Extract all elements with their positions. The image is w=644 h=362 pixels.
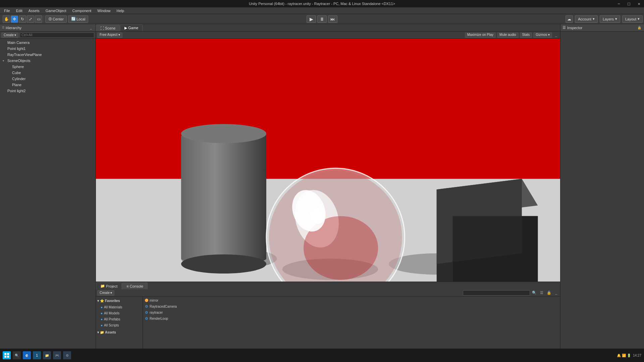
viewport-collapse[interactable]: _ [553, 33, 559, 38]
list-item[interactable]: Cube [0, 70, 96, 76]
asset-renderloop[interactable]: ⚙ RenderLoop [144, 315, 559, 321]
aspect-chevron-icon: ▾ [118, 33, 120, 37]
game-controls-right: Maximize on Play Mute audio Stats Gizmos… [465, 33, 559, 38]
move-tool[interactable]: ✥ [11, 15, 18, 23]
hierarchy-collapse[interactable]: _ [88, 25, 94, 31]
list-item[interactable]: ▾ SceneObjects [0, 58, 96, 64]
favorites-icon: ⭐ [100, 299, 104, 303]
assets-tree-header[interactable]: ▾ 📁 Assets [97, 329, 142, 336]
center-label: Center [53, 17, 64, 21]
menu-gameobject[interactable]: GameObject [43, 8, 69, 13]
gizmos-button[interactable]: Gizmos ▾ [533, 33, 552, 38]
inspector-title: Inspector [567, 26, 582, 30]
menu-assets[interactable]: Assets [26, 8, 42, 13]
assets-tree: ▾ ⭐ Favorites ● All Materials ● All Mode… [96, 297, 143, 351]
rotate-tool[interactable]: ↻ [19, 15, 26, 23]
assets-main: mirror ⚙ RaytracedCamera ⚙ raytracer ⚙ R… [143, 297, 560, 351]
hand-tool[interactable]: ✋ [3, 15, 10, 23]
menu-window[interactable]: Window [95, 8, 113, 13]
taskbar-unity[interactable]: 🎮 [53, 351, 61, 359]
list-item[interactable]: Main Camera [0, 40, 96, 46]
taskbar-folder[interactable]: 📁 [43, 351, 51, 359]
cloud-button[interactable]: ☁ [566, 15, 573, 23]
all-prefabs-item[interactable]: ● All Prefabs [97, 316, 142, 322]
inspector-header[interactable]: ☰ Inspector 🔒 [560, 24, 644, 32]
inspector-collapse[interactable]: 🔒 [637, 25, 642, 31]
search-taskbar-icon[interactable]: 🔍 [13, 351, 21, 359]
tab-scene[interactable]: ⛶ Scene [96, 24, 120, 31]
bottom-section: 📁 Project ≡ Console Create ▾ 🔍 ☰ [96, 282, 560, 355]
all-models-item[interactable]: ● All Models [97, 310, 142, 316]
filter-icon[interactable]: ☰ [539, 290, 545, 296]
maximize-button[interactable]: □ [624, 0, 634, 7]
account-label: Account [578, 17, 591, 21]
taskbar-clock: 14:27 [633, 354, 641, 357]
list-item[interactable]: Cylinder [0, 76, 96, 82]
search-icon[interactable]: 🔍 [531, 290, 537, 296]
start-button[interactable] [3, 351, 11, 359]
tab-project[interactable]: 📁 Project [96, 283, 122, 289]
project-collapse[interactable]: _ [553, 290, 559, 296]
menu-component[interactable]: Component [69, 8, 94, 13]
maximize-on-play-button[interactable]: Maximize on Play [465, 33, 496, 38]
list-item[interactable]: Point light1 [0, 46, 96, 52]
hierarchy-header[interactable]: ☰ Hierarchy _ [0, 24, 96, 32]
menu-help[interactable]: Help [114, 8, 127, 13]
hierarchy-search-input[interactable] [20, 33, 94, 38]
favorites-arrow-icon: ▾ [97, 299, 99, 303]
tab-console[interactable]: ≡ Console [122, 283, 148, 289]
list-item[interactable]: Plane [0, 82, 96, 88]
prefabs-search-icon: ● [101, 317, 103, 321]
play-button[interactable]: ▶ [307, 15, 316, 23]
menu-edit[interactable]: Edit [13, 8, 25, 13]
list-item[interactable]: Point light2 [0, 88, 96, 94]
center-button[interactable]: ⦿ Center [45, 15, 67, 23]
title-bar: Unity Personal (64bit) - raytracer.unity… [0, 0, 644, 7]
favorites-header[interactable]: ▾ ⭐ Favorites [97, 297, 142, 304]
stats-button[interactable]: Stats [520, 33, 532, 38]
inspector-panel: ☰ Inspector 🔒 [560, 24, 644, 355]
layers-label: Layers [603, 17, 614, 21]
list-item[interactable]: Sphere [0, 64, 96, 70]
scene-icon: ⛶ [100, 26, 104, 30]
center-icon: ⦿ [48, 17, 52, 21]
aspect-dropdown[interactable]: Free Aspect ▾ [97, 33, 122, 38]
taskbar-ie[interactable]: e [23, 351, 31, 359]
scale-tool[interactable]: ⤢ [27, 15, 34, 23]
step-button[interactable]: ⏭ [328, 15, 337, 23]
taskbar-counter[interactable]: 1 [33, 351, 41, 359]
asset-raytracer[interactable]: ⚙ raytracer [144, 309, 559, 315]
hierarchy-panel: ☰ Hierarchy _ Create ▾ Main Camera Point… [0, 24, 96, 355]
hierarchy-content: Main Camera Point light1 RayTracerViewPl… [0, 39, 96, 355]
svg-rect-20 [7, 353, 9, 355]
scripts-search-icon: ● [101, 323, 103, 327]
project-toolbar: Create ▾ 🔍 ☰ 🔒 _ [96, 289, 560, 297]
pause-button[interactable]: ⏸ [317, 15, 327, 23]
list-item[interactable]: RayTracerViewPlane [0, 52, 96, 58]
hierarchy-title: Hierarchy [6, 26, 21, 30]
close-button[interactable]: × [634, 0, 644, 7]
all-scripts-item[interactable]: ● All Scripts [97, 322, 142, 328]
asset-mirror[interactable]: mirror [144, 297, 559, 303]
asset-raytraced-camera[interactable]: ⚙ RaytracedCamera [144, 303, 559, 309]
project-layout: ▾ ⭐ Favorites ● All Materials ● All Mode… [96, 297, 560, 351]
rect-tool[interactable]: ▭ [35, 15, 42, 23]
center-area: ⛶ Scene ▶ Game Free Aspect ▾ Maximize on… [96, 24, 560, 355]
hierarchy-create-button[interactable]: Create ▾ [1, 33, 18, 38]
taskbar-app[interactable]: ⚙ [63, 351, 71, 359]
lock-icon[interactable]: 🔒 [546, 290, 552, 296]
project-search-input[interactable] [463, 290, 530, 296]
project-create-button[interactable]: Create ▾ [97, 290, 114, 296]
game-viewport[interactable] [96, 39, 560, 282]
layout-dropdown[interactable]: Layout ▾ [622, 15, 643, 23]
mute-audio-button[interactable]: Mute audio [497, 33, 518, 38]
favorites-group: ▾ ⭐ Favorites ● All Materials ● All Mode… [97, 297, 142, 328]
layers-dropdown[interactable]: Layers ▾ [600, 15, 620, 23]
tab-game[interactable]: ▶ Game [120, 24, 143, 31]
svg-point-6 [181, 124, 266, 143]
minimize-button[interactable]: − [614, 0, 624, 7]
menu-file[interactable]: File [1, 8, 13, 13]
account-dropdown[interactable]: Account ▾ [575, 15, 598, 23]
all-materials-item[interactable]: ● All Materials [97, 304, 142, 310]
local-button[interactable]: 🔄 Local [68, 15, 88, 23]
